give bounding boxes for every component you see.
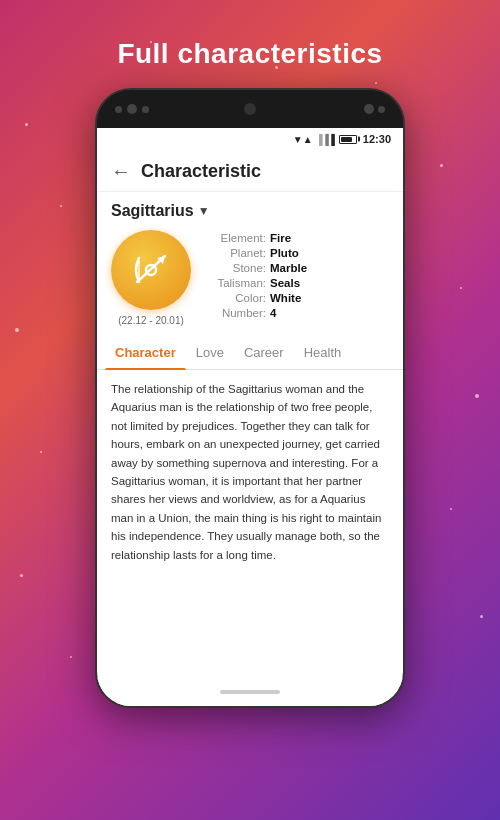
wifi-icon: ▼▲ xyxy=(293,134,313,145)
prop-row-planet: Planet: Pluto xyxy=(201,247,389,259)
home-indicator xyxy=(220,690,280,694)
tab-love[interactable]: Love xyxy=(186,336,234,369)
screen-content: ← Characteristic Sagittarius ▼ xyxy=(97,150,403,706)
phone-hardware-bar xyxy=(97,90,403,128)
tab-character[interactable]: Character xyxy=(105,336,186,369)
back-button[interactable]: ← xyxy=(111,160,131,183)
status-icons: ▼▲ ▐▐▐ 12:30 xyxy=(293,133,391,145)
status-bar: ▼▲ ▐▐▐ 12:30 xyxy=(97,128,403,150)
prop-value-planet: Pluto xyxy=(270,247,299,259)
tab-career[interactable]: Career xyxy=(234,336,294,369)
sign-date-range: (22.12 - 20.01) xyxy=(118,315,184,326)
phone-bottom-bar xyxy=(97,678,403,706)
prop-label-talisman: Talisman: xyxy=(201,277,266,289)
prop-label-planet: Planet: xyxy=(201,247,266,259)
page-title: Full characteristics xyxy=(20,38,480,70)
prop-value-color: White xyxy=(270,292,301,304)
sagittarius-icon xyxy=(125,244,177,296)
prop-value-talisman: Seals xyxy=(270,277,300,289)
sensor-r2 xyxy=(378,106,385,113)
left-sensors xyxy=(115,104,149,114)
signal-icon: ▐▐▐ xyxy=(316,134,334,145)
prop-row-number: Number: 4 xyxy=(201,307,389,319)
prop-label-number: Number: xyxy=(201,307,266,319)
description-area: The relationship of the Sagittarius woma… xyxy=(97,370,403,580)
screen-title: Characteristic xyxy=(141,161,261,182)
content-area: Sagittarius ▼ xyxy=(97,192,403,678)
tabs-bar: Character Love Career Health xyxy=(97,336,403,370)
sign-name: Sagittarius xyxy=(111,202,194,220)
sign-info-section: (22.12 - 20.01) Element: Fire Planet: Pl… xyxy=(97,226,403,336)
prop-value-element: Fire xyxy=(270,232,291,244)
description-text: The relationship of the Sagittarius woma… xyxy=(111,380,389,564)
right-sensors xyxy=(364,104,385,114)
sensor-left xyxy=(115,106,122,113)
dropdown-arrow-icon[interactable]: ▼ xyxy=(198,204,210,218)
prop-row-stone: Stone: Marble xyxy=(201,262,389,274)
app-header: ← Characteristic xyxy=(97,150,403,192)
prop-row-color: Color: White xyxy=(201,292,389,304)
prop-label-element: Element: xyxy=(201,232,266,244)
sign-selector[interactable]: Sagittarius ▼ xyxy=(97,192,403,226)
prop-label-color: Color: xyxy=(201,292,266,304)
tab-health[interactable]: Health xyxy=(294,336,352,369)
sensor-center xyxy=(127,104,137,114)
battery-icon xyxy=(339,135,357,144)
sign-properties: Element: Fire Planet: Pluto Stone: Marbl… xyxy=(201,230,389,319)
prop-value-number: 4 xyxy=(270,307,276,319)
sign-circle-icon xyxy=(111,230,191,310)
clock: 12:30 xyxy=(363,133,391,145)
sign-icon-wrapper: (22.12 - 20.01) xyxy=(111,230,191,326)
sensor-r1 xyxy=(364,104,374,114)
camera-notch xyxy=(244,103,256,115)
page-title-wrapper: Full characteristics xyxy=(0,0,500,88)
prop-label-stone: Stone: xyxy=(201,262,266,274)
phone-frame: ▼▲ ▐▐▐ 12:30 ← Characteristic Sagittariu… xyxy=(95,88,405,708)
prop-value-stone: Marble xyxy=(270,262,307,274)
prop-row-element: Element: Fire xyxy=(201,232,389,244)
sensor-right xyxy=(142,106,149,113)
prop-row-talisman: Talisman: Seals xyxy=(201,277,389,289)
